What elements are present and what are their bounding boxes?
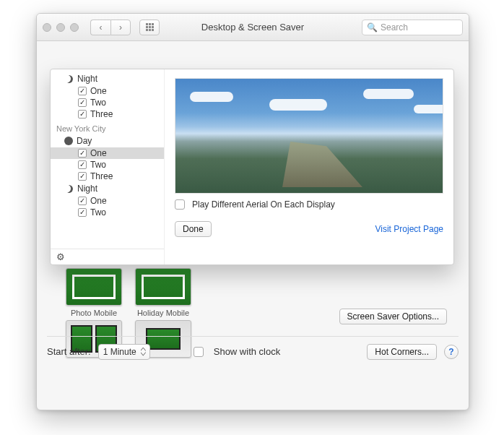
tree-item[interactable]: One xyxy=(51,195,164,207)
close-icon[interactable] xyxy=(43,23,51,32)
tree-item-selected[interactable]: One xyxy=(51,147,164,159)
thumb-label: Photo Mobile xyxy=(71,309,117,317)
minimize-icon[interactable] xyxy=(56,23,65,32)
search-placeholder: Search xyxy=(381,22,408,33)
titlebar: ‹ › Desktop & Screen Saver 🔍 Search xyxy=(37,14,469,41)
thumb-image xyxy=(135,268,191,306)
search-icon: 🔍 xyxy=(367,22,378,33)
done-button[interactable]: Done xyxy=(175,221,212,237)
checkbox-icon[interactable] xyxy=(78,149,87,158)
start-after-select[interactable]: 1 Minute xyxy=(98,344,150,360)
aerial-settings-popup: Night One Two Three New York City Day On… xyxy=(50,69,454,265)
tree-item[interactable]: One xyxy=(51,85,164,97)
location-tree: Night One Two Three New York City Day On… xyxy=(51,69,165,264)
play-different-label: Play Different Aerial On Each Display xyxy=(192,199,335,210)
checkbox-icon[interactable] xyxy=(78,172,87,181)
content-area: Shifting Tiles Photo Mobile Sliding Pane… xyxy=(37,41,469,368)
group-night[interactable]: Night xyxy=(51,72,164,85)
prefs-window: ‹ › Desktop & Screen Saver 🔍 Search Shif… xyxy=(36,13,469,410)
sun-icon xyxy=(65,137,72,145)
show-clock-checkbox[interactable] xyxy=(194,347,204,357)
checkbox-icon[interactable] xyxy=(78,197,87,205)
checkbox-icon[interactable] xyxy=(78,208,87,217)
play-different-row: Play Different Aerial On Each Display xyxy=(175,194,443,210)
tree-item[interactable]: Three xyxy=(51,108,164,120)
screensaver-options-button[interactable]: Screen Saver Options... xyxy=(339,309,447,324)
show-clock-label: Show with clock xyxy=(214,346,280,357)
back-button[interactable]: ‹ xyxy=(90,20,110,35)
bottom-bar: Start after: 1 Minute Show with clock Ho… xyxy=(47,336,459,361)
zoom-icon[interactable] xyxy=(70,23,79,32)
thumb-image xyxy=(66,268,122,306)
checkbox-icon[interactable] xyxy=(78,110,87,119)
preview-image xyxy=(175,78,443,194)
show-all-button[interactable] xyxy=(139,20,160,35)
checkbox-icon[interactable] xyxy=(78,160,87,169)
preview-pane: Play Different Aerial On Each Display Do… xyxy=(165,69,453,264)
gear-icon[interactable]: ⚙ xyxy=(56,251,65,262)
thumb-label: Holiday Mobile xyxy=(137,309,189,317)
tree-item[interactable]: Two xyxy=(51,159,164,171)
nav-segment: ‹ › xyxy=(90,20,131,35)
checkbox-icon[interactable] xyxy=(78,98,87,107)
help-button[interactable]: ? xyxy=(444,345,459,359)
moon-icon xyxy=(64,184,74,194)
tree-item[interactable]: Two xyxy=(51,207,164,218)
group-night[interactable]: Night xyxy=(51,182,164,195)
group-header-nyc: New York City xyxy=(51,120,164,134)
grid-icon xyxy=(146,23,154,31)
traffic-lights xyxy=(43,23,79,32)
tree-actions: ⚙ xyxy=(51,249,164,264)
search-field[interactable]: 🔍 Search xyxy=(362,20,463,35)
group-day[interactable]: Day xyxy=(51,134,164,147)
checkbox-icon[interactable] xyxy=(78,87,87,95)
start-after-label: Start after: xyxy=(47,346,91,357)
visit-project-link[interactable]: Visit Project Page xyxy=(375,224,444,234)
moon-icon xyxy=(64,74,74,84)
play-different-checkbox[interactable] xyxy=(175,199,185,210)
hot-corners-button[interactable]: Hot Corners... xyxy=(367,344,437,360)
forward-button[interactable]: › xyxy=(110,20,131,35)
tree-item[interactable]: Two xyxy=(51,97,164,108)
tree-item[interactable]: Three xyxy=(51,171,164,182)
